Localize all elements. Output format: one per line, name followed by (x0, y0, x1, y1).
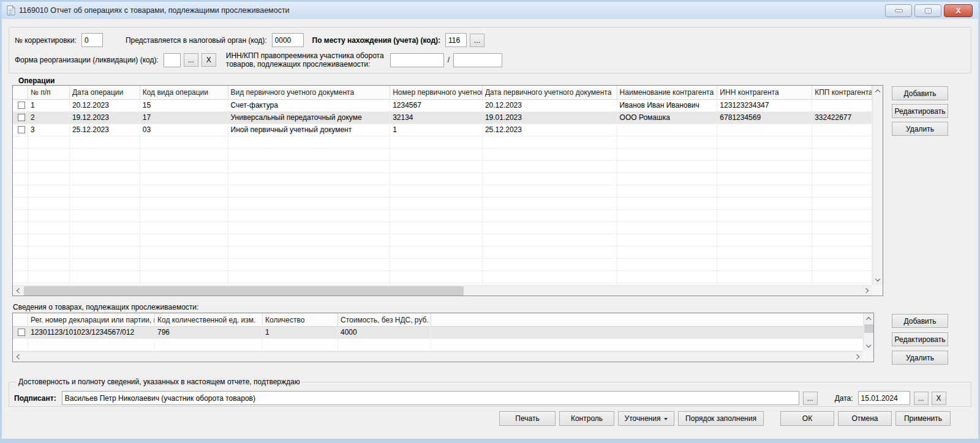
scroll-right-icon (864, 288, 869, 294)
cell-date: 25.12.2023 (70, 124, 140, 136)
successor-kpp-input[interactable] (453, 53, 502, 67)
successor-inn-input[interactable] (390, 53, 444, 67)
column-header[interactable]: Вид первичного учетного документа (228, 86, 391, 99)
column-header[interactable]: Стоимость, без НДС, руб. (338, 313, 431, 326)
scroll-down-icon (866, 343, 872, 348)
clarifications-label: Уточнения (625, 414, 661, 423)
row-checkbox[interactable] (18, 114, 25, 121)
date-label: Дата: (835, 394, 853, 403)
column-header[interactable]: ИНН контрагента (717, 86, 812, 99)
cell-kpp (812, 100, 872, 111)
table-row[interactable]: 12301123/101023/1234567/012 796 1 4000 (13, 327, 863, 339)
cell-doc-date: 25.12.2023 (483, 124, 617, 136)
date-browse-button[interactable]: ... (914, 392, 929, 405)
date-clear-button[interactable]: X (932, 392, 946, 405)
scrollbar-thumb[interactable] (24, 286, 464, 296)
table-row[interactable]: 1 20.12.2023 15 Счет-фактура 1234567 20.… (13, 100, 872, 112)
table-row[interactable]: 3 25.12.2023 03 Иной первичный учетный д… (13, 124, 872, 136)
cell-doc-date: 20.12.2023 (483, 100, 617, 111)
column-header[interactable]: № п/п (28, 86, 70, 99)
cell-cost: 4000 (338, 327, 431, 338)
vertical-scrollbar[interactable] (872, 86, 883, 285)
cancel-button[interactable]: Отмена (838, 411, 892, 426)
cell-counterparty: Иванов Иван Иванович (617, 100, 718, 111)
location-browse-button[interactable]: ... (470, 34, 484, 47)
signer-input[interactable] (62, 391, 799, 405)
empty-row (13, 198, 872, 210)
scroll-down-button[interactable] (864, 341, 874, 351)
empty-row (13, 161, 872, 173)
close-button[interactable]: X (944, 4, 973, 17)
header-fields-group: № корректировки: Представляется в налого… (9, 27, 971, 73)
reorg-input[interactable] (164, 53, 181, 67)
goods-delete-button[interactable]: Удалить (892, 351, 948, 365)
scroll-right-button[interactable] (862, 286, 872, 296)
row-checkbox[interactable] (18, 329, 25, 336)
horizontal-scrollbar[interactable] (13, 351, 863, 362)
table-row[interactable]: 2 19.12.2023 17 Универсальный передаточн… (13, 112, 872, 124)
location-code-label: По месту нахождения (учета) (код): (312, 36, 440, 45)
column-header[interactable]: Код вида операции (140, 86, 228, 99)
empty-row (13, 283, 872, 285)
row-checkbox[interactable] (18, 126, 25, 133)
cell-kpp: 332422677 (812, 112, 872, 124)
scroll-left-button[interactable] (13, 352, 23, 362)
maximize-button[interactable] (914, 4, 941, 17)
scroll-right-button[interactable] (853, 352, 863, 362)
cell-doc-type: Универсальный передаточный докуме (228, 112, 391, 124)
scroll-right-icon (854, 354, 860, 360)
tax-authority-label: Представляется в налоговый орган (код): (126, 36, 267, 45)
horizontal-scrollbar[interactable] (13, 285, 872, 296)
reorg-browse-button[interactable]: ... (184, 53, 198, 67)
column-header[interactable]: Количество (263, 313, 338, 326)
column-header[interactable]: Номер первичного учетного док (390, 86, 483, 99)
correction-input[interactable] (81, 33, 103, 47)
scroll-down-button[interactable] (873, 275, 883, 285)
scroll-up-icon (866, 317, 872, 322)
scrollbar-thumb[interactable] (864, 324, 873, 333)
clarifications-button[interactable]: Уточнения (618, 411, 674, 426)
location-code-input[interactable] (445, 33, 467, 47)
cell-date: 19.12.2023 (70, 112, 140, 124)
scroll-left-button[interactable] (13, 286, 23, 296)
column-header[interactable]: Дата первичного учетного документа (483, 86, 617, 99)
scroll-up-button[interactable] (864, 313, 874, 324)
cell-unit-code: 796 (155, 327, 263, 338)
column-header[interactable]: Наименование контрагента (617, 86, 718, 99)
minimize-button[interactable] (885, 4, 912, 17)
column-header-checkbox[interactable] (13, 313, 28, 326)
goods-add-button[interactable]: Добавить (892, 314, 948, 328)
operations-edit-button[interactable]: Редактировать (892, 104, 948, 118)
report-window: 1169010 Отчет об операциях с товарами, п… (0, 0, 980, 443)
print-button[interactable]: Печать (499, 411, 556, 426)
signer-browse-button[interactable]: ... (803, 392, 818, 405)
date-input[interactable] (858, 391, 910, 405)
minimize-icon (895, 9, 903, 12)
tax-authority-input[interactable] (272, 33, 304, 47)
operations-add-button[interactable]: Добавить (892, 86, 948, 100)
scroll-up-icon (875, 89, 881, 95)
scroll-down-icon (875, 277, 881, 282)
signature-statement: Достоверность и полноту сведений, указан… (17, 378, 302, 386)
scroll-up-button[interactable] (873, 86, 883, 96)
cell-doc-number: 1234567 (390, 100, 483, 111)
operations-delete-button[interactable]: Удалить (892, 122, 948, 136)
cell-counterparty (617, 124, 718, 136)
column-header[interactable]: Рег. номер декларации или партии, г (28, 313, 155, 326)
column-header-checkbox[interactable] (13, 86, 28, 99)
cell-doc-number: 32134 (390, 112, 483, 124)
window-title: 1169010 Отчет об операциях с товарами, п… (19, 6, 290, 15)
goods-edit-button[interactable]: Редактировать (892, 332, 948, 346)
cell-inn (717, 124, 812, 136)
column-header[interactable]: Дата операции (70, 86, 140, 99)
fill-order-button[interactable]: Порядок заполнения (678, 411, 764, 426)
apply-button[interactable]: Применить (895, 411, 951, 426)
reorg-clear-button[interactable]: X (202, 53, 216, 67)
vertical-scrollbar[interactable] (863, 313, 873, 351)
title-bar: 1169010 Отчет об операциях с товарами, п… (2, 2, 978, 19)
column-header[interactable]: КПП контрагента (812, 86, 872, 99)
column-header[interactable]: Код количественной ед. изм. (155, 313, 263, 326)
row-checkbox[interactable] (18, 102, 25, 109)
control-button[interactable]: Контроль (559, 411, 614, 426)
ok-button[interactable]: ОК (780, 411, 834, 426)
